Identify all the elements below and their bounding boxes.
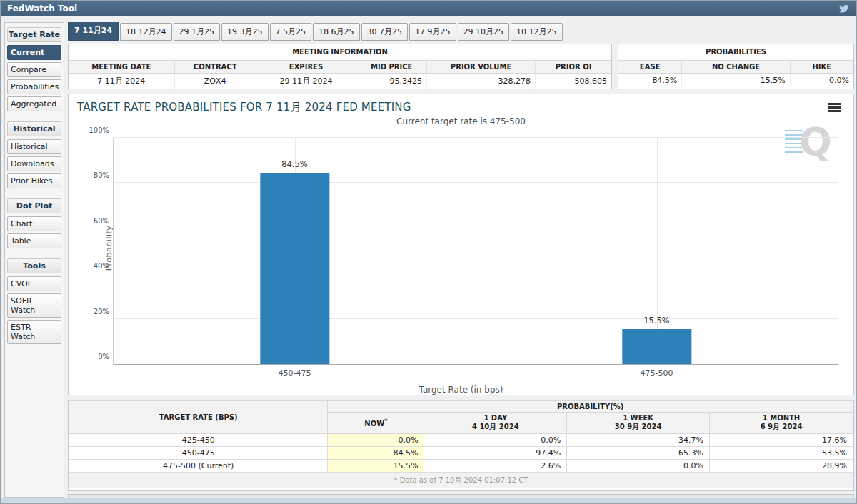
y-tick-80: 80% — [94, 171, 109, 179]
sidebar-item-current[interactable]: Current — [7, 45, 61, 60]
tab-meeting-6[interactable]: 30 7月25 — [361, 23, 409, 41]
sidebar: Target Rate Current Compare Probabilitie… — [4, 22, 64, 498]
meeting-information-table: MEETING DATE CONTRACT EXPIRES MID PRICE … — [69, 60, 611, 89]
week-cell: 34.7% — [567, 434, 710, 447]
probabilities-panel: PROBABILITIES EASE NO CHANGE HIKE 84.5% … — [618, 44, 854, 89]
probabilities-title: PROBABILITIES — [618, 44, 853, 60]
probability-history-panel: TARGET RATE (BPS) PROBABILITY(%) NOW* 1 … — [68, 400, 854, 491]
data-as-of-footnote: * Data as of 7 10月 2024 01:07:12 CT — [69, 473, 853, 488]
col-prior-volume: PRIOR VOLUME — [427, 61, 536, 74]
info-row: MEETING INFORMATION MEETING DATE CONTRAC… — [68, 44, 854, 89]
chart-title: TARGET RATE PROBABILITIES FOR 7 11月 2024… — [69, 94, 853, 114]
contract-value: ZQX4 — [174, 74, 256, 89]
sidebar-item-prior-hikes[interactable]: Prior Hikes — [7, 173, 61, 188]
y-tick-40: 40% — [94, 262, 109, 270]
col-meeting-date: MEETING DATE — [69, 61, 174, 74]
table-row: 475-500 (Current) 15.5% 2.6% 0.0% 28.9% — [69, 460, 853, 473]
tab-meeting-0[interactable]: 7 11月24 — [68, 22, 119, 41]
col-contract: CONTRACT — [174, 61, 256, 74]
prior-oi-value: 508,605 — [536, 74, 611, 89]
rate-cell: 425-450 — [69, 434, 328, 447]
plot-area: Probability 0% 20% 40% 60% 80% — [113, 138, 838, 365]
now-cell: 84.5% — [328, 447, 424, 460]
day-cell: 97.4% — [424, 447, 567, 460]
day-cell: 2.6% — [424, 460, 567, 473]
month-cell: 53.5% — [710, 447, 853, 460]
col-1-month: 1 MONTH6 9月 2024 — [710, 413, 853, 434]
tab-meeting-1[interactable]: 18 12月24 — [120, 23, 172, 41]
bar-label-475-500: 15.5% — [643, 316, 670, 326]
fedwatch-window: FedWatch Tool Target Rate Current Compar… — [0, 0, 857, 504]
meeting-information-panel: MEETING INFORMATION MEETING DATE CONTRAC… — [68, 44, 612, 89]
rate-cell: 475-500 (Current) — [69, 460, 328, 473]
col-group-probability: PROBABILITY(%) — [328, 401, 853, 413]
col-1-week: 1 WEEK30 9月 2024 — [567, 413, 710, 434]
col-target-rate-bps: TARGET RATE (BPS) — [69, 401, 328, 434]
title-bar: FedWatch Tool — [1, 1, 856, 16]
col-prior-oi: PRIOR OI — [536, 61, 611, 74]
bottom-strip — [1, 498, 856, 503]
meeting-date-value: 7 11月 2024 — [69, 74, 174, 89]
mid-price-value: 95.3425 — [356, 74, 427, 89]
sidebar-item-historical[interactable]: Historical — [7, 139, 61, 154]
table-row: 425-450 0.0% 0.0% 34.7% 17.6% — [69, 434, 853, 447]
col-now: NOW* — [328, 413, 424, 434]
y-tick-100: 100% — [89, 126, 109, 134]
sidebar-item-dot-plot-chart[interactable]: Chart — [7, 216, 61, 231]
bar-label-450-475: 84.5% — [281, 159, 308, 169]
probabilities-table: EASE NO CHANGE HIKE 84.5% 15.5% 0.0% — [618, 60, 853, 87]
month-cell: 28.9% — [710, 460, 853, 473]
sidebar-item-downloads[interactable]: Downloads — [7, 156, 61, 171]
app-title: FedWatch Tool — [7, 4, 77, 14]
tab-meeting-9[interactable]: 10 12月25 — [511, 23, 563, 41]
sidebar-item-estr-watch[interactable]: ESTR Watch — [7, 320, 61, 344]
sidebar-header-historical: Historical — [7, 121, 61, 136]
col-1-day: 1 DAY4 10月 2024 — [424, 413, 567, 434]
col-expires: EXPIRES — [256, 61, 356, 74]
x-tick-475-500: 475-500 — [641, 368, 673, 378]
y-tick-0: 0% — [98, 353, 109, 361]
week-cell: 0.0% — [567, 460, 710, 473]
sidebar-item-cvol[interactable]: CVOL — [7, 276, 61, 291]
chart-menu-icon[interactable] — [828, 103, 841, 114]
sidebar-item-compare[interactable]: Compare — [7, 62, 61, 77]
tab-meeting-7[interactable]: 17 9月25 — [409, 23, 456, 41]
sidebar-item-dot-plot-table[interactable]: Table — [7, 233, 61, 248]
sidebar-item-aggregated[interactable]: Aggregated — [7, 96, 61, 111]
col-ease: EASE — [618, 61, 682, 74]
sidebar-item-sofr-watch[interactable]: SOFR Watch — [7, 293, 61, 318]
now-cell: 15.5% — [328, 460, 424, 473]
day-cell: 0.0% — [424, 434, 567, 447]
hike-value: 0.0% — [790, 74, 853, 88]
tab-meeting-2[interactable]: 29 1月25 — [174, 23, 221, 41]
twitter-icon[interactable] — [838, 4, 850, 14]
month-cell: 17.6% — [710, 434, 853, 447]
x-axis-title: Target Rate (in bps) — [69, 385, 853, 395]
meeting-information-title: MEETING INFORMATION — [69, 44, 611, 60]
y-tick-60: 60% — [94, 216, 109, 224]
main-area: 7 11月24 18 12月24 29 1月25 19 3月25 7 5月25 … — [68, 22, 854, 498]
bar-475-500 — [622, 329, 691, 364]
bar-450-475 — [260, 173, 329, 364]
now-cell: 0.0% — [328, 434, 424, 447]
tab-meeting-8[interactable]: 29 10月25 — [458, 23, 510, 41]
ease-value: 84.5% — [618, 74, 682, 88]
y-tick-20: 20% — [94, 307, 109, 315]
sidebar-header-tools: Tools — [7, 258, 61, 273]
sidebar-header-dot-plot: Dot Plot — [7, 198, 61, 213]
tab-meeting-5[interactable]: 18 6月25 — [313, 23, 360, 41]
prior-volume-value: 328,278 — [427, 74, 536, 89]
rate-cell: 450-475 — [69, 447, 328, 460]
meeting-tab-bar: 7 11月24 18 12月24 29 1月25 19 3月25 7 5月25 … — [68, 22, 854, 41]
table-row: 450-475 84.5% 97.4% 65.3% 53.5% — [69, 447, 853, 460]
sidebar-item-probabilities[interactable]: Probabilities — [7, 79, 61, 94]
probability-history-table: TARGET RATE (BPS) PROBABILITY(%) NOW* 1 … — [69, 400, 853, 473]
tab-meeting-3[interactable]: 19 3月25 — [221, 23, 269, 41]
target-rate-chart-panel: TARGET RATE PROBABILITIES FOR 7 11月 2024… — [68, 94, 854, 395]
tab-meeting-4[interactable]: 7 5月25 — [270, 23, 312, 41]
sidebar-header-target-rate: Target Rate — [7, 27, 61, 42]
no-change-value: 15.5% — [682, 74, 790, 88]
expires-value: 29 11月 2024 — [256, 74, 356, 89]
col-hike: HIKE — [790, 61, 853, 74]
col-no-change: NO CHANGE — [682, 61, 790, 74]
